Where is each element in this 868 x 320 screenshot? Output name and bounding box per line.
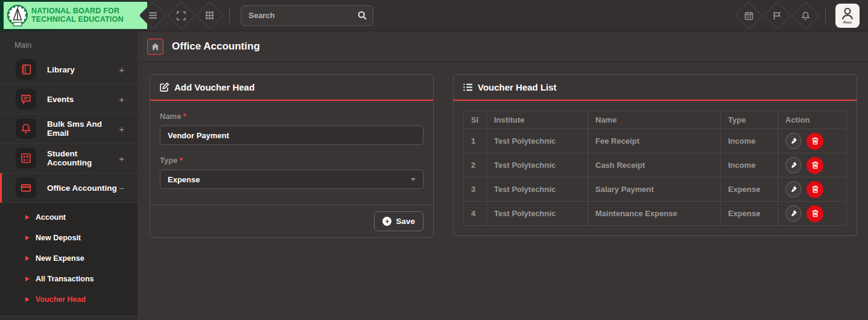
search-icon <box>357 10 367 23</box>
submenu-item-all-transactions[interactable]: All Transactions <box>0 269 138 289</box>
calendar-icon <box>744 11 754 21</box>
cell-name: Maintenance Expense <box>588 202 721 226</box>
trash-icon <box>811 210 819 217</box>
voucher-head-list-card: Voucher Head List Sl Institute Name Type… <box>453 74 857 236</box>
topbar: NATIONAL BOARD FOR TECHNICAL EDUCATION <box>0 0 868 31</box>
card-header: Voucher Head List <box>454 75 857 101</box>
user-avatar[interactable]: Photo <box>835 4 860 28</box>
cell-sl: 2 <box>464 153 487 178</box>
pen-icon <box>790 185 797 193</box>
sidebar-item-label: Office Accounting <box>47 184 119 193</box>
delete-button[interactable] <box>806 181 823 198</box>
collapse-minus-icon: − <box>119 183 124 193</box>
submenu-item-voucher-head[interactable]: Voucher Head <box>0 289 138 310</box>
name-label: Name* <box>160 112 423 121</box>
menu-toggle-button[interactable] <box>139 1 167 30</box>
notifications-button[interactable] <box>791 1 820 30</box>
expand-plus-icon: + <box>119 124 124 134</box>
edit-button[interactable] <box>785 181 802 197</box>
cell-institute: Test Polytechnic <box>487 202 588 226</box>
submenu-item-account[interactable]: Account <box>0 207 138 228</box>
card-title: Add Voucher Head <box>174 82 255 92</box>
table-body: Sl Institute Name Type Action 1 Test Pol… <box>454 101 857 235</box>
required-asterisk: * <box>179 156 182 165</box>
search <box>241 5 373 26</box>
table-row: 2 Test Polytechnic Cash Receipt Income <box>464 153 847 178</box>
table-row: 3 Test Polytechnic Salary Payment Expens… <box>464 178 847 202</box>
cell-sl: 3 <box>464 178 487 202</box>
calendar-button[interactable] <box>735 1 763 30</box>
submenu-arrow-icon <box>25 256 30 261</box>
submenu-arrow-icon <box>25 215 30 220</box>
cell-institute: Test Polytechnic <box>487 129 588 153</box>
apps-grid-button[interactable] <box>195 1 224 30</box>
cell-institute: Test Polytechnic <box>487 153 588 178</box>
cell-name: Salary Payment <box>588 178 721 202</box>
row-actions <box>785 181 839 198</box>
sidebar-item-library[interactable]: Library + <box>0 55 138 85</box>
events-icon <box>16 89 36 109</box>
cell-sl: 1 <box>464 129 487 153</box>
delete-button[interactable] <box>806 205 823 222</box>
fullscreen-icon <box>177 11 186 21</box>
submenu-arrow-icon <box>25 297 30 302</box>
trash-icon <box>811 161 819 169</box>
sidebar-item-student-accounting[interactable]: Student Accounting + <box>0 144 138 173</box>
office-accounting-submenu: Account New Deposit New Expense All Tran… <box>0 203 138 316</box>
app-logo[interactable]: NATIONAL BOARD FOR TECHNICAL EDUCATION <box>4 2 147 29</box>
table-row: 4 Test Polytechnic Maintenance Expense E… <box>464 202 847 226</box>
fullscreen-button[interactable] <box>167 1 195 30</box>
type-select[interactable]: Expense <box>160 170 423 189</box>
sidebar-item-events[interactable]: Events + <box>0 85 138 114</box>
edit-button[interactable] <box>785 133 802 149</box>
row-actions <box>785 133 839 150</box>
search-input[interactable] <box>241 5 373 26</box>
cell-name: Cash Receipt <box>588 153 721 178</box>
sidebar: Main Library + Events + Bulk Sms And Ema… <box>0 31 138 320</box>
add-voucher-head-card: Add Voucher Head Name* Type* Expense + <box>150 74 434 238</box>
home-button[interactable] <box>147 39 163 55</box>
row-actions <box>785 157 839 174</box>
pen-icon <box>790 210 797 217</box>
sidebar-item-office-accounting[interactable]: Office Accounting − <box>0 173 138 203</box>
expand-plus-icon: + <box>119 65 124 75</box>
edit-button[interactable] <box>785 157 802 173</box>
main-content: Office Accounting Add Voucher Head Name*… <box>138 31 868 238</box>
edit-square-icon <box>159 82 169 92</box>
edit-button[interactable] <box>785 205 802 222</box>
delete-button[interactable] <box>806 157 823 174</box>
sidebar-item-label: Bulk Sms And Email <box>47 120 119 138</box>
sidebar-item-label: Library <box>47 65 119 74</box>
type-label: Type* <box>160 156 423 165</box>
name-input[interactable] <box>160 126 423 145</box>
voucher-head-table: Sl Institute Name Type Action 1 Test Pol… <box>463 110 847 226</box>
table-header-row: Sl Institute Name Type Action <box>464 111 847 129</box>
flag-button[interactable] <box>763 1 791 30</box>
card-header: Add Voucher Head <box>150 75 433 101</box>
cell-type: Expense <box>721 178 778 202</box>
cell-sl: 4 <box>464 202 487 226</box>
sidebar-item-label: Events <box>47 95 119 104</box>
delete-button[interactable] <box>806 133 823 150</box>
student-accounting-calculator-icon <box>16 148 36 168</box>
form-footer: + Save <box>150 205 433 237</box>
submenu-item-new-expense[interactable]: New Expense <box>0 248 138 269</box>
page-title: Office Accounting <box>172 40 260 53</box>
column-header-sl: Sl <box>464 111 487 129</box>
bulk-sms-bell-icon <box>16 118 36 139</box>
home-icon <box>151 42 160 51</box>
nbte-emblem-icon <box>5 3 30 28</box>
card-title: Voucher Head List <box>478 82 557 92</box>
expand-plus-icon: + <box>119 94 124 104</box>
trash-icon <box>811 185 819 193</box>
logo-text: NATIONAL BOARD FOR TECHNICAL EDUCATION <box>31 7 124 24</box>
column-header-institute: Institute <box>487 111 588 129</box>
submenu-item-new-deposit[interactable]: New Deposit <box>0 228 138 248</box>
save-button[interactable]: + Save <box>374 211 423 231</box>
submenu-item-label: Voucher Head <box>36 295 86 304</box>
pen-icon <box>790 161 797 169</box>
column-header-name: Name <box>588 111 721 129</box>
submenu-arrow-icon <box>25 277 30 281</box>
bell-icon <box>801 11 811 21</box>
sidebar-item-bulk-sms-and-email[interactable]: Bulk Sms And Email + <box>0 114 138 144</box>
